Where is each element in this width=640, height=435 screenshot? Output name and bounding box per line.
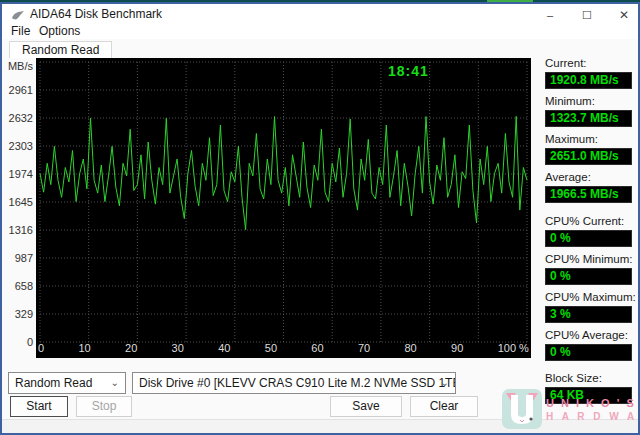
stat-value: 1323.7 MB/s — [545, 110, 632, 127]
x-axis-tick-label: 40 — [218, 342, 230, 357]
save-button[interactable]: Save — [330, 396, 402, 417]
chevron-down-icon: ⌄ — [111, 373, 119, 393]
window-title: AIDA64 Disk Benchmark — [30, 7, 162, 21]
y-axis-tick-label: 1316 — [0, 224, 33, 236]
y-axis-tick-label: 1974 — [0, 168, 33, 180]
y-axis-unit-label: MB/s — [8, 60, 33, 72]
chevron-down-icon: ⌄ — [441, 373, 449, 393]
stat-cpu-minimum: CPU% Minimum: 0 % — [545, 253, 632, 285]
test-type-select[interactable]: Random Read ⌄ — [8, 372, 126, 394]
stat-label: CPU% Current: — [545, 215, 632, 227]
stop-button[interactable]: Stop — [76, 396, 132, 417]
stat-label: Block Size: — [545, 372, 632, 384]
benchmark-chart: 18:41 0102030405060708090100 % — [36, 58, 531, 358]
menu-file[interactable]: File — [7, 23, 34, 39]
drive-select-value: Disk Drive #0 [KLEVV CRAS C910 Lite M.2 … — [139, 376, 456, 390]
maximize-button[interactable]: ☐ — [572, 6, 602, 24]
x-axis-tick-label: 60 — [311, 342, 323, 357]
stat-block-size: Block Size: 64 KB — [545, 372, 632, 404]
stat-value: 1966.5 MB/s — [545, 186, 632, 203]
x-axis-tick-label: 10 — [78, 342, 90, 357]
y-axis-tick-label: 2303 — [0, 140, 33, 152]
menu-bar: File Options — [2, 23, 638, 39]
x-axis-tick-label: 100 % — [498, 342, 529, 357]
stat-label: Current: — [545, 57, 632, 69]
test-type-value: Random Read — [15, 376, 92, 390]
status-bar — [2, 419, 638, 433]
y-axis: MB/s 2961263223031974164513169876583290 — [0, 58, 34, 358]
start-button[interactable]: Start — [10, 396, 68, 417]
x-axis: 0102030405060708090100 % — [38, 342, 529, 357]
x-axis-tick-label: 50 — [265, 342, 277, 357]
stat-label: Average: — [545, 171, 632, 183]
chart-canvas — [36, 58, 531, 358]
tab-strip: Random Read — [2, 39, 638, 58]
stat-maximum: Maximum: 2651.0 MB/s — [545, 133, 632, 165]
y-axis-tick-label: 658 — [0, 280, 33, 292]
stat-label: CPU% Maximum: — [545, 291, 632, 303]
x-axis-tick-label: 90 — [451, 342, 463, 357]
y-axis-tick-label: 2961 — [0, 84, 33, 96]
stat-label: Minimum: — [545, 95, 632, 107]
stat-cpu-maximum: CPU% Maximum: 3 % — [545, 291, 632, 323]
y-axis-tick-label: 2632 — [0, 112, 33, 124]
menu-options[interactable]: Options — [35, 23, 84, 39]
stat-value: 0 % — [545, 344, 632, 361]
stat-label: Maximum: — [545, 133, 632, 145]
stat-value: 2651.0 MB/s — [545, 148, 632, 165]
clear-button[interactable]: Clear — [410, 396, 478, 417]
stat-cpu-current: CPU% Current: 0 % — [545, 215, 632, 247]
x-axis-tick-label: 30 — [172, 342, 184, 357]
stat-cpu-average: CPU% Average: 0 % — [545, 329, 632, 361]
elapsed-time-label: 18:41 — [388, 63, 429, 79]
y-axis-tick-label: 329 — [0, 308, 33, 320]
stat-value: 1920.8 MB/s — [545, 72, 632, 89]
x-axis-tick-label: 20 — [125, 342, 137, 357]
stat-value: 64 KB — [545, 387, 632, 404]
y-axis-tick-label: 987 — [0, 252, 33, 264]
y-axis-tick-label: 0 — [0, 336, 33, 348]
minimize-button[interactable]: – — [535, 6, 565, 24]
drive-select[interactable]: Disk Drive #0 [KLEVV CRAS C910 Lite M.2 … — [132, 372, 456, 394]
y-axis-tick-label: 1645 — [0, 196, 33, 208]
screen: AIDA64 Disk Benchmark – ☐ ✕ File Options… — [0, 0, 640, 435]
close-button[interactable]: ✕ — [609, 6, 639, 24]
x-axis-tick-label: 80 — [405, 342, 417, 357]
stat-value: 0 % — [545, 230, 632, 247]
x-axis-tick-label: 70 — [358, 342, 370, 357]
stat-value: 3 % — [545, 306, 632, 323]
stat-minimum: Minimum: 1323.7 MB/s — [545, 95, 632, 127]
stat-label: CPU% Average: — [545, 329, 632, 341]
tab-random-read[interactable]: Random Read — [9, 41, 112, 58]
app-icon — [11, 8, 25, 20]
stat-current: Current: 1920.8 MB/s — [545, 57, 632, 89]
stat-value: 0 % — [545, 268, 632, 285]
x-axis-tick-label: 0 — [38, 342, 44, 357]
title-bar[interactable]: AIDA64 Disk Benchmark – ☐ ✕ — [2, 3, 638, 23]
stat-average: Average: 1966.5 MB/s — [545, 171, 632, 203]
stat-label: CPU% Minimum: — [545, 253, 632, 265]
